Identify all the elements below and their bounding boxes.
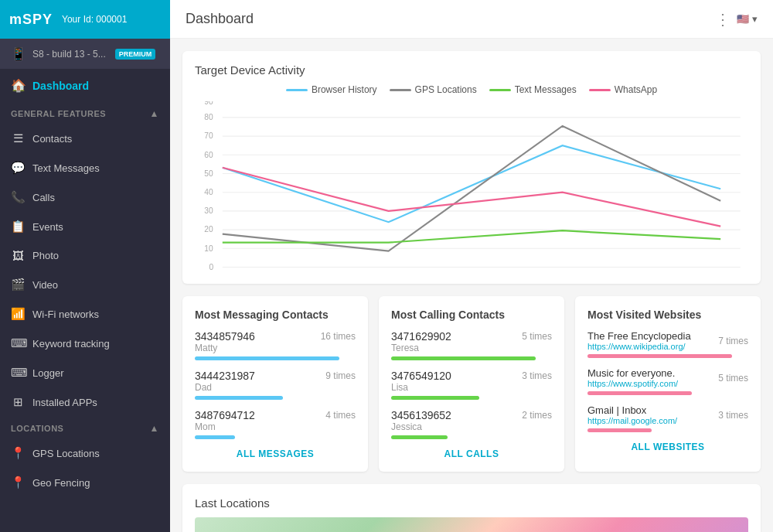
legend-label: GPS Locations xyxy=(415,84,477,95)
map-placeholder xyxy=(195,517,748,532)
sidebar-item-label: Contacts xyxy=(32,133,72,145)
chevron-up-icon: ▲ xyxy=(150,108,159,119)
contact-bar xyxy=(195,356,339,360)
all-websites-link[interactable]: ALL WEBSITES xyxy=(587,442,748,452)
svg-text:40: 40 xyxy=(204,187,213,196)
website-times: 7 times xyxy=(718,336,748,346)
sidebar-item-label: Photo xyxy=(32,250,59,261)
chart-title: Target Device Activity xyxy=(195,63,748,77)
more-options-button[interactable]: ⋮ xyxy=(715,10,730,29)
contact-bar xyxy=(391,396,479,400)
legend-color-whatsapp xyxy=(589,89,611,91)
gps-icon: 📍 xyxy=(11,446,25,460)
general-features-header: GENERAL FEATURES ▲ xyxy=(0,102,170,124)
chart-container: 0 10 20 30 40 50 60 70 80 90 xyxy=(195,101,748,271)
messaging-contact-2: 3444231987 9 times Dad xyxy=(195,370,356,400)
website-url[interactable]: https://mail.google.com/ xyxy=(587,416,677,425)
legend-whatsapp: WhatsApp xyxy=(589,84,657,95)
home-icon: 🏠 xyxy=(11,78,25,93)
sidebar-item-installed-apps[interactable]: ⊞ Installed APPs xyxy=(0,387,170,417)
legend-label: Browser History xyxy=(312,84,377,95)
logger-icon: ⌨ xyxy=(11,366,25,380)
sidebar-item-gps[interactable]: 📍 GPS Locations xyxy=(0,438,170,468)
legend-gps-locations: GPS Locations xyxy=(390,84,477,95)
sidebar-item-photo[interactable]: 🖼 Photo xyxy=(0,241,170,270)
most-websites-card: Most Visited Websites The Free Encyclope… xyxy=(575,296,761,472)
premium-badge: PREMIUM xyxy=(115,49,156,60)
svg-text:20: 20 xyxy=(204,224,213,234)
calling-contact-meta-1: 3471629902 5 times xyxy=(391,330,552,343)
sidebar-item-text-messages[interactable]: 💬 Text Messages xyxy=(0,153,170,182)
topbar: Dashboard ⋮ 🇺🇸 ▾ xyxy=(170,0,773,39)
website-bar xyxy=(587,428,652,432)
legend-color-browser xyxy=(286,89,308,91)
topbar-actions: ⋮ 🇺🇸 ▾ xyxy=(715,10,758,29)
contact-name: Jessica xyxy=(391,421,552,432)
all-messages-link[interactable]: ALL MESSAGES xyxy=(195,448,356,459)
all-calls-link[interactable]: ALL CALLS xyxy=(391,448,552,459)
sidebar-item-calls[interactable]: 📞 Calls xyxy=(0,182,170,212)
sidebar-item-label: Geo Fencing xyxy=(32,477,90,489)
sidebar-item-video[interactable]: 🎬 Video xyxy=(0,270,170,299)
sidebar-item-wifi[interactable]: 📶 Wi-Fi networks xyxy=(0,299,170,329)
chevron-down-icon: ▾ xyxy=(752,13,758,25)
dashboard-label: Dashboard xyxy=(32,80,89,92)
contact-number: 3456139652 xyxy=(391,409,451,421)
calling-contact-3: 3456139652 2 times Jessica xyxy=(391,409,552,439)
website-url[interactable]: https://www.wikipedia.org/ xyxy=(587,342,691,351)
messaging-contact-meta-3: 3487694712 4 times xyxy=(195,409,356,421)
sidebar-item-label: Video xyxy=(32,279,58,291)
legend-label: WhatsApp xyxy=(615,84,657,95)
sidebar-item-events[interactable]: 📋 Events xyxy=(0,212,170,241)
contact-name: Lisa xyxy=(391,382,552,393)
website-url[interactable]: https://www.spotify.com/ xyxy=(587,379,678,388)
contact-number: 3476549120 xyxy=(391,370,451,382)
svg-text:90: 90 xyxy=(204,101,213,106)
messages-icon: 💬 xyxy=(11,161,25,175)
svg-text:80: 80 xyxy=(204,112,213,121)
contact-number: 3444231987 xyxy=(195,370,255,382)
svg-text:60: 60 xyxy=(204,149,213,159)
events-icon: 📋 xyxy=(11,220,25,234)
contact-times: 2 times xyxy=(522,410,552,421)
svg-text:30: 30 xyxy=(204,206,213,215)
website-item-1: The Free Encyclopedia https://www.wikipe… xyxy=(587,330,748,358)
geo-icon: 📍 xyxy=(11,476,25,489)
contact-name: Teresa xyxy=(391,343,552,353)
device-row[interactable]: 📱 S8 - build 13 - 5... PREMIUM xyxy=(0,39,170,69)
website-meta-1: The Free Encyclopedia https://www.wikipe… xyxy=(587,330,748,351)
website-name: Gmail | Inbox xyxy=(587,404,677,416)
contact-times: 9 times xyxy=(325,370,356,381)
language-selector[interactable]: 🇺🇸 ▾ xyxy=(737,13,758,25)
website-item-3: Gmail | Inbox https://mail.google.com/ 3… xyxy=(587,404,748,432)
websites-card-title: Most Visited Websites xyxy=(587,309,748,321)
sidebar-item-logger[interactable]: ⌨ Logger xyxy=(0,358,170,387)
sidebar-item-label: Calls xyxy=(32,192,55,203)
website-name: Music for everyone. xyxy=(587,367,678,379)
flag-icon: 🇺🇸 xyxy=(737,13,749,25)
website-bar xyxy=(587,391,692,395)
sidebar-item-label: GPS Locations xyxy=(32,448,100,459)
svg-text:50: 50 xyxy=(204,168,213,177)
sidebar-item-label: Installed APPs xyxy=(32,397,97,408)
legend-browser-history: Browser History xyxy=(286,84,377,95)
line-chart-svg: 0 10 20 30 40 50 60 70 80 90 xyxy=(195,101,748,271)
sidebar-item-geo[interactable]: 📍 Geo Fencing xyxy=(0,468,170,497)
website-meta-2: Music for everyone. https://www.spotify.… xyxy=(587,367,748,388)
sidebar-item-label: Keyword tracking xyxy=(32,338,110,350)
website-name: The Free Encyclopedia xyxy=(587,330,691,342)
contact-name: Matty xyxy=(195,343,356,353)
last-locations-title: Last Locations xyxy=(195,496,748,510)
calling-contact-1: 3471629902 5 times Teresa xyxy=(391,330,552,360)
calls-icon: 📞 xyxy=(11,190,25,204)
sidebar-item-label: Wi-Fi networks xyxy=(32,309,99,320)
contact-name: Dad xyxy=(195,382,356,393)
svg-text:10: 10 xyxy=(204,243,213,252)
app-logo: mSPY xyxy=(9,12,53,28)
nav-dashboard[interactable]: 🏠 Dashboard xyxy=(0,69,170,102)
sidebar-item-contacts[interactable]: ☰ Contacts xyxy=(0,124,170,153)
sidebar-item-keyword-tracking[interactable]: ⌨ Keyword tracking xyxy=(0,329,170,358)
activity-chart-card: Target Device Activity Browser History G… xyxy=(182,51,761,284)
device-name: S8 - build 13 - 5... xyxy=(32,49,106,60)
legend-label: Text Messages xyxy=(515,84,577,95)
